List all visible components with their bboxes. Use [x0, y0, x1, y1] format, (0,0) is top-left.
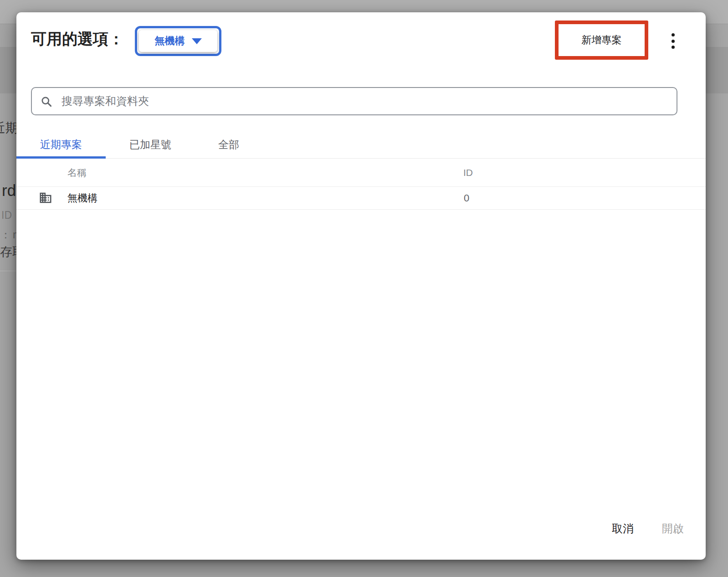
project-picker-dialog: 可用的選項： 無機構 新增專案 近期專案 已加星號 全部 名稱: [16, 12, 706, 560]
cancel-button[interactable]: 取消: [604, 517, 642, 541]
tab-label: 近期專案: [40, 138, 82, 152]
open-button[interactable]: 開啟: [654, 517, 692, 541]
background-divider: [0, 271, 16, 271]
tab-bar: 近期專案 已加星號 全部: [16, 131, 706, 159]
tab-recent-projects[interactable]: 近期專案: [16, 131, 106, 158]
dialog-footer: 取消 開啟: [604, 517, 692, 541]
background-project-name-fragment: rd-: [2, 181, 16, 200]
column-header-id: ID: [463, 159, 473, 187]
tab-starred[interactable]: 已加星號: [106, 131, 195, 158]
dot: [672, 33, 675, 36]
search-icon: [40, 95, 52, 108]
org-selector-highlight-box: 無機構: [135, 26, 221, 56]
row-project-id: 0: [464, 187, 469, 210]
new-project-button[interactable]: 新增專案: [559, 24, 645, 56]
dialog-title: 可用的選項：: [31, 30, 124, 48]
organization-dropdown-label: 無機構: [155, 34, 185, 48]
tab-all[interactable]: 全部: [195, 131, 262, 158]
background-recent-heading: 近期專案: [0, 119, 16, 137]
column-header-name: 名稱: [67, 159, 87, 187]
new-project-highlight-box: 新增專案: [555, 21, 648, 60]
table-header: 名稱 ID: [16, 159, 706, 187]
table-row[interactable]: 無機構 0: [16, 187, 706, 210]
organization-icon: [39, 191, 52, 205]
dot: [672, 46, 675, 49]
row-project-name: 無機構: [67, 187, 97, 210]
background-id-label: ID: [1, 209, 12, 222]
dropdown-caret-icon: [192, 38, 202, 44]
tab-label: 已加星號: [129, 138, 171, 152]
organization-dropdown[interactable]: 無機構: [139, 30, 217, 52]
search-field[interactable]: [31, 87, 677, 115]
background-id-value-fragment: ：n: [0, 228, 16, 242]
more-options-icon[interactable]: [669, 33, 677, 49]
search-input[interactable]: [61, 94, 668, 108]
background-left-strip: 近期專案 rd- ID ：n 存取: [0, 0, 16, 577]
dot: [672, 40, 675, 43]
tab-label: 全部: [218, 138, 239, 152]
background-access-label: 存取: [0, 244, 16, 260]
